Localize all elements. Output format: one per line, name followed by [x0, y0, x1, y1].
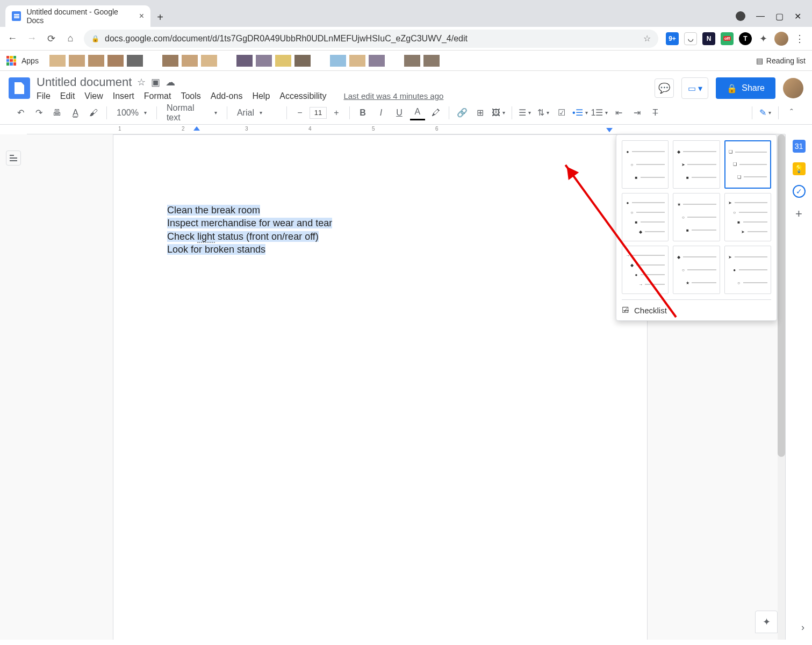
bookmark-folder[interactable] [69, 55, 85, 67]
bookmark-folder[interactable] [423, 55, 440, 67]
increase-font-icon[interactable]: + [329, 105, 344, 120]
bookmark-folder[interactable] [49, 55, 66, 67]
bookmark-folder[interactable] [404, 55, 420, 67]
ext-translate-icon[interactable]: 9+ [666, 32, 679, 45]
undo-icon[interactable]: ↶ [13, 105, 28, 120]
decrease-indent-icon[interactable]: ⇤ [611, 105, 626, 120]
bullet-option-4[interactable]: ●○■◆ [622, 193, 669, 241]
browser-tab[interactable]: Untitled document - Google Docs × [5, 5, 150, 27]
increase-indent-icon[interactable]: ⇥ [629, 105, 644, 120]
menu-help[interactable]: Help [252, 91, 270, 101]
share-button[interactable]: 🔒 Share [716, 77, 775, 99]
document-title[interactable]: Untitled document [37, 75, 132, 89]
reload-icon[interactable]: ⟳ [45, 33, 57, 45]
show-outline-icon[interactable] [6, 150, 21, 166]
content-line[interactable]: Clean the break room [167, 204, 593, 217]
bookmark-folder[interactable] [107, 55, 124, 67]
left-indent-marker[interactable] [193, 126, 200, 131]
bullet-option-8[interactable]: ◆○★ [673, 246, 720, 294]
url-input[interactable]: 🔒 docs.google.com/document/d/1ts7GgDR0A4… [84, 30, 658, 48]
bookmark-folder[interactable] [275, 55, 291, 67]
menu-tools[interactable]: Tools [181, 91, 200, 101]
ext-off-icon[interactable]: off [721, 32, 734, 45]
new-tab-button[interactable]: + [150, 8, 170, 27]
cloud-status-icon[interactable]: ☁ [166, 76, 175, 88]
add-addon-icon[interactable]: + [793, 207, 806, 220]
bullet-option-5[interactable]: ★○■ [673, 193, 720, 241]
bookmark-folder[interactable] [88, 55, 104, 67]
apps-label[interactable]: Apps [21, 56, 39, 65]
decrease-font-icon[interactable]: − [292, 105, 307, 120]
docs-logo-icon[interactable] [9, 77, 30, 99]
print-icon[interactable]: 🖶 [49, 105, 64, 120]
line-spacing-icon[interactable]: ⇅ [536, 105, 551, 120]
bullet-option-6[interactable]: ➤○■➤ [724, 193, 771, 241]
document-page[interactable]: Clean the break room Inspect merchandise… [113, 134, 648, 640]
editing-mode-icon[interactable]: ✎ [758, 105, 773, 120]
spellcheck-icon[interactable]: A̲ [68, 105, 83, 120]
ext-pocket-icon[interactable]: ◡ [684, 32, 697, 45]
menu-edit[interactable]: Edit [60, 91, 75, 101]
calendar-icon[interactable]: 31 [793, 140, 806, 153]
bookmark-folder[interactable] [201, 55, 217, 67]
chrome-menu-icon[interactable]: ⋮ [794, 33, 806, 45]
menu-view[interactable]: View [84, 91, 103, 101]
underline-icon[interactable]: U [392, 105, 407, 120]
bulleted-list-icon[interactable]: •☰ [572, 105, 588, 120]
bookmark-star-icon[interactable]: ☆ [643, 33, 651, 44]
insert-link-icon[interactable]: 🔗 [455, 105, 470, 120]
content-line[interactable]: Check light status (front on/rear off) [167, 230, 593, 243]
vertical-scrollbar[interactable] [778, 134, 785, 640]
font-size-input[interactable] [310, 107, 327, 119]
account-avatar[interactable] [783, 78, 803, 98]
bullet-option-1[interactable]: ●○■ [622, 140, 669, 189]
align-icon[interactable]: ☰ [518, 105, 533, 120]
move-document-icon[interactable]: ▣ [151, 76, 160, 88]
bold-icon[interactable]: B [355, 105, 370, 120]
keep-icon[interactable]: 💡 [793, 162, 806, 175]
menu-add-ons[interactable]: Add-ons [211, 91, 243, 101]
redo-icon[interactable]: ↷ [31, 105, 46, 120]
close-tab-icon[interactable]: × [139, 11, 144, 21]
apps-grid-icon[interactable] [6, 56, 16, 66]
text-color-icon[interactable]: A [410, 105, 425, 120]
bookmark-folder[interactable] [127, 55, 143, 67]
bookmark-folder[interactable] [330, 55, 346, 67]
insert-comment-icon[interactable]: ⊞ [473, 105, 488, 120]
bookmark-folder[interactable] [349, 55, 365, 67]
menu-accessibility[interactable]: Accessibility [279, 91, 326, 101]
menu-insert[interactable]: Insert [113, 91, 134, 101]
highlight-color-icon[interactable]: 🖍 [428, 105, 443, 120]
bullet-option-2[interactable]: ◆➤■ [673, 140, 720, 189]
bookmark-folder[interactable] [256, 55, 272, 67]
comment-history-icon[interactable]: 💬 [655, 78, 674, 98]
present-button[interactable]: ▭ ▾ [681, 77, 708, 99]
collapse-toolbar-icon[interactable]: ˆ [784, 105, 799, 120]
last-edit-link[interactable]: Last edit was 4 minutes ago [343, 91, 443, 101]
minimize-icon[interactable]: — [756, 11, 765, 22]
paint-format-icon[interactable]: 🖌 [86, 105, 101, 120]
maximize-icon[interactable]: ▢ [775, 11, 784, 22]
bookmark-folder[interactable] [369, 55, 385, 67]
star-document-icon[interactable]: ☆ [137, 76, 146, 88]
italic-icon[interactable]: I [373, 105, 389, 120]
font-family-select[interactable]: Arial [233, 108, 281, 118]
content-line[interactable]: Look for broken stands [167, 243, 593, 256]
clear-formatting-icon[interactable]: T [648, 105, 663, 120]
explore-button[interactable]: ✦ [755, 611, 778, 633]
back-icon[interactable]: ← [6, 33, 18, 45]
zoom-select[interactable]: 100% [112, 108, 151, 118]
extensions-puzzle-icon[interactable]: ✦ [757, 33, 769, 45]
reading-list-button[interactable]: ▤ Reading list [756, 56, 806, 65]
close-window-icon[interactable]: ✕ [794, 11, 801, 22]
bookmark-folder[interactable] [162, 55, 178, 67]
checklist-toolbar-icon[interactable]: ☑ [554, 105, 569, 120]
ext-t-icon[interactable]: T [739, 32, 752, 45]
insert-image-icon[interactable]: 🖼 [491, 105, 506, 120]
forward-icon[interactable]: → [26, 33, 38, 45]
bookmark-folder[interactable] [294, 55, 311, 67]
paragraph-style-select[interactable]: Normal text [162, 103, 221, 123]
collapse-side-panel-icon[interactable]: › [801, 622, 804, 633]
bullet-option-9[interactable]: ➤●○ [724, 246, 771, 294]
bookmark-folder[interactable] [182, 55, 198, 67]
